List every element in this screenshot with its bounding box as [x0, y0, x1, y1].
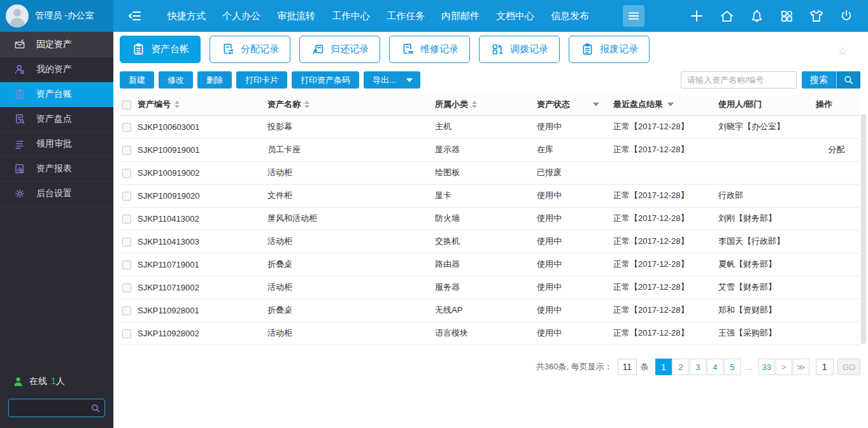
- actions-cell: [813, 230, 860, 253]
- tab-return-records[interactable]: 归还记录: [299, 36, 380, 63]
- sort-asset-id-icon[interactable]: [174, 101, 180, 108]
- sidebar-item-backend-settings[interactable]: 后台设置: [0, 182, 113, 206]
- asset-name-cell: 屏风和活动柜: [265, 207, 432, 230]
- nav-item-internal-mail[interactable]: 内部邮件: [433, 0, 488, 32]
- asset-id-cell: SJKP100603001: [135, 115, 265, 138]
- row-checkbox[interactable]: [122, 329, 131, 338]
- sidebar-item-requisition-approval[interactable]: 领用审批: [0, 132, 113, 157]
- asset-id-cell: SJKP110719002: [135, 276, 265, 299]
- page-button-33[interactable]: 33: [758, 359, 775, 375]
- tab-scrap-records[interactable]: 报废记录: [569, 36, 650, 63]
- page-button-5[interactable]: 5: [724, 359, 741, 375]
- page-button-3[interactable]: 3: [690, 359, 706, 375]
- menu-toggle-button[interactable]: [623, 5, 644, 27]
- sidebar-item-asset-ledger[interactable]: 资产台账: [0, 82, 113, 107]
- delete-button[interactable]: 删除: [197, 71, 232, 89]
- last-page-button[interactable]: ≫: [793, 359, 809, 375]
- page-button-2[interactable]: 2: [672, 359, 689, 375]
- next-page-button[interactable]: >: [776, 359, 792, 375]
- theme-tshirt-icon[interactable]: [809, 8, 824, 24]
- sort-asset-name-icon[interactable]: [304, 101, 309, 108]
- allocate-action-link[interactable]: 分配: [829, 145, 845, 154]
- nav-item-personal-office[interactable]: 个人办公: [214, 0, 269, 32]
- transfer-records-tab-icon: [490, 43, 504, 57]
- print-card-button[interactable]: 打印卡片: [236, 71, 287, 89]
- inventory-result-cell: [611, 161, 716, 184]
- col-status: 资产状态: [534, 94, 611, 115]
- table-row: SJKP110928001 折叠桌 无线AP 使用中 正常【2017-12-28…: [120, 299, 860, 322]
- row-checkbox[interactable]: [122, 146, 131, 155]
- nav-item-info-publish[interactable]: 信息发布: [543, 0, 597, 32]
- inventory-result-cell: 正常【2017-12-28】: [611, 299, 716, 322]
- sidebar-item-asset-inventory[interactable]: 资产盘点: [0, 107, 113, 132]
- nav-item-approval-flow[interactable]: 审批流转: [269, 0, 324, 32]
- user-profile[interactable]: 管理员 -办公室: [0, 0, 113, 32]
- row-checkbox[interactable]: [122, 215, 131, 224]
- asset-status-cell: 使用中: [534, 184, 611, 207]
- asset-status-cell: 使用中: [534, 276, 611, 299]
- actions-cell: [813, 161, 860, 184]
- status-filter-icon[interactable]: [593, 103, 599, 106]
- row-checkbox[interactable]: [122, 123, 131, 132]
- sidebar-section-fixed-assets[interactable]: 固定资产: [0, 32, 113, 57]
- asset-id-cell: SJKP110413003: [135, 230, 265, 253]
- search-button-label: 搜索: [802, 71, 836, 89]
- asset-search-input[interactable]: [681, 71, 797, 89]
- print-barcode-button[interactable]: 打印资产条码: [292, 71, 359, 89]
- row-checkbox[interactable]: [122, 306, 131, 315]
- tab-repair-records[interactable]: 维修记录: [389, 36, 470, 63]
- sidebar-search: [8, 399, 105, 417]
- actions-cell: [813, 184, 860, 207]
- export-dropdown-button[interactable]: 导出...: [364, 71, 420, 89]
- inventory-result-filter-icon[interactable]: [667, 103, 674, 106]
- logout-power-icon[interactable]: [839, 8, 854, 24]
- actions-cell: [813, 322, 860, 345]
- nav-item-document-center[interactable]: 文档中心: [488, 0, 543, 32]
- sidebar-item-label: 后台设置: [36, 188, 72, 199]
- go-button[interactable]: GO: [837, 359, 860, 375]
- row-checkbox[interactable]: [122, 169, 131, 178]
- sidebar-search-input[interactable]: [9, 403, 87, 413]
- table-row: SJKP100919002 活动柜 绘图板 已报废: [120, 161, 860, 184]
- notifications-bell-icon[interactable]: [749, 8, 764, 24]
- asset-id-cell: SJKP100919002: [135, 161, 265, 184]
- col-actions-label: 操作: [816, 99, 832, 109]
- jump-page-input[interactable]: [816, 359, 834, 375]
- table-scrollbar[interactable]: [861, 114, 866, 344]
- sidebar-item-my-assets[interactable]: 我的资产: [0, 57, 113, 82]
- export-label: 导出...: [373, 75, 396, 86]
- new-button[interactable]: 新建: [120, 71, 154, 89]
- home-icon[interactable]: [719, 8, 734, 24]
- select-all-checkbox[interactable]: [122, 101, 131, 110]
- nav-item-work-center[interactable]: 工作中心: [324, 0, 378, 32]
- sort-category-icon[interactable]: [472, 101, 477, 108]
- row-checkbox[interactable]: [122, 238, 131, 246]
- row-checkbox[interactable]: [122, 283, 131, 292]
- sidebar-item-asset-reports[interactable]: 资产报表: [0, 157, 113, 182]
- page-button-4[interactable]: 4: [707, 359, 723, 375]
- table-row: SJKP110413002 屏风和活动柜 防火墙 使用中 正常【2017-12-…: [120, 207, 860, 230]
- page-size-input[interactable]: [618, 359, 637, 375]
- favorite-star-icon[interactable]: ☆: [838, 46, 848, 57]
- search-button[interactable]: 搜索: [802, 71, 860, 89]
- select-all-cell: [120, 94, 135, 115]
- nav-item-work-tasks[interactable]: 工作任务: [378, 0, 433, 32]
- nav-item-shortcuts[interactable]: 快捷方式: [159, 0, 214, 32]
- asset-name-cell: 活动柜: [265, 161, 432, 184]
- inventory-result-cell: 正常【2017-12-28】: [611, 115, 716, 138]
- row-checkbox-cell: [120, 230, 135, 253]
- apps-grid-icon[interactable]: [779, 8, 794, 24]
- asset-reports-icon: [14, 163, 25, 175]
- sidebar-search-icon[interactable]: [87, 403, 104, 413]
- row-checkbox[interactable]: [122, 260, 131, 269]
- add-icon[interactable]: [689, 8, 704, 24]
- collapse-sidebar-icon[interactable]: [127, 8, 143, 24]
- tab-transfer-records[interactable]: 调拨记录: [479, 36, 560, 63]
- tab-asset-ledger[interactable]: 资产台帐: [120, 36, 201, 63]
- tab-allocation-records[interactable]: 分配记录: [210, 36, 290, 63]
- edit-button[interactable]: 修改: [159, 71, 193, 89]
- row-checkbox[interactable]: [122, 192, 131, 201]
- page-button-1[interactable]: 1: [655, 359, 672, 375]
- asset-category-cell: 防火墙: [432, 207, 534, 230]
- sidebar-item-label: 资产盘点: [36, 113, 72, 125]
